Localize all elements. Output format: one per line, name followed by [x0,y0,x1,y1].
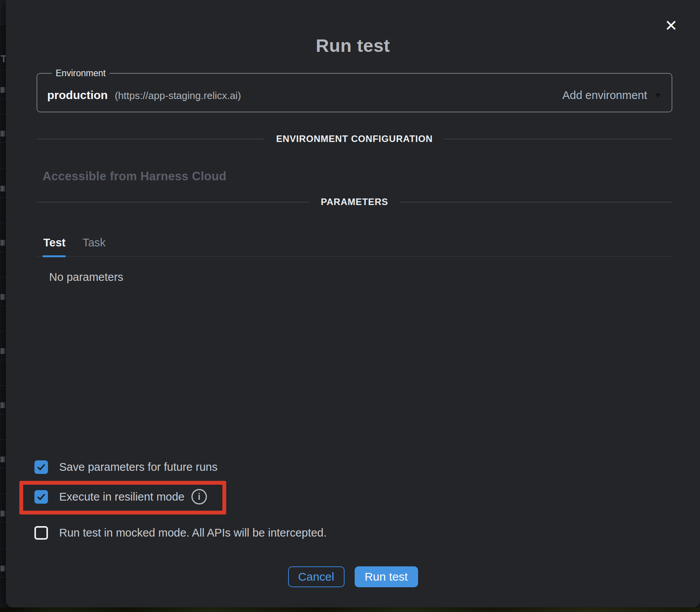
background-divider-line [0,522,6,523]
background-divider-line [0,114,6,114]
background-row-fragment [1,131,5,137]
no-parameters-message: No parameters [49,271,123,284]
background-divider-line [0,414,6,414]
option-resilient-mode[interactable]: Execute in resilient mode i [34,489,207,505]
background-divider-line [0,197,6,198]
selected-environment: production (https://app-staging.relicx.a… [47,89,241,102]
background-divider-line [0,549,6,549]
chevron-down-icon: ▼ [654,91,662,99]
option-mocked-mode[interactable]: Run test in mocked mode. All APIs will b… [34,525,327,541]
background-page-sliver: T [0,0,6,607]
background-divider-line [0,99,6,99]
background-photo-strip [0,607,700,612]
add-environment-label: Add environment [562,89,647,102]
background-divider-line [0,251,6,252]
background-divider-line [0,24,6,25]
parameters-divider: PARAMETERS [37,196,672,208]
background-divider-line [0,385,6,386]
background-divider-line [0,223,6,223]
background-row-fragment [1,402,5,408]
run-test-button[interactable]: Run test [355,566,418,587]
environment-configuration-divider: ENVIRONMENT CONFIGURATION [37,133,672,145]
check-icon [36,462,46,472]
check-icon [36,492,46,502]
background-divider-line [0,70,6,70]
background-divider-line [0,360,6,360]
background-divider-line [0,439,6,440]
background-row-fragment [1,294,5,300]
environment-name: production [47,89,108,102]
background-divider-line [0,331,6,332]
tab-test[interactable]: Test [43,236,65,249]
option-resilient-mode-label[interactable]: Execute in resilient mode [59,491,184,503]
run-test-dialog: ✕ Run test Environment production (https… [6,0,700,607]
background-row-fragment [1,348,5,354]
background-divider-line [0,468,6,468]
background-divider-line [0,306,6,306]
background-divider-line [0,577,6,578]
active-tab-indicator [43,255,66,257]
checkbox-mocked-mode[interactable] [34,526,48,540]
checkbox-save-parameters[interactable] [34,460,48,474]
dialog-actions: Cancel Run test [6,566,700,587]
background-divider-line [0,277,6,277]
background-row-fragment [1,186,5,191]
checkbox-resilient-mode[interactable] [34,490,48,504]
parameters-title: PARAMETERS [321,197,388,207]
background-header-fragment [0,0,6,24]
environment-url: (https://app-staging.relicx.ai) [115,90,241,102]
environment-configuration-title: ENVIRONMENT CONFIGURATION [276,133,433,144]
background-row-fragment [1,511,5,516]
option-save-parameters-label[interactable]: Save parameters for future runs [59,461,217,474]
option-save-parameters[interactable]: Save parameters for future runs [34,459,217,475]
background-divider-line [0,494,6,494]
environment-field-label: Environment [52,68,109,79]
info-icon[interactable]: i [191,489,207,504]
background-row-fragment [1,456,5,462]
cancel-button[interactable]: Cancel [288,566,345,587]
option-mocked-mode-label[interactable]: Run test in mocked mode. All APIs will b… [59,527,327,539]
harness-cloud-note: Accessible from Harness Cloud [43,169,227,183]
tab-task[interactable]: Task [82,236,106,249]
environment-field[interactable]: Environment production (https://app-stag… [37,68,672,112]
background-row-fragment [1,240,5,246]
dialog-title: Run test [6,35,700,56]
close-icon[interactable]: ✕ [664,18,678,33]
add-environment-button[interactable]: Add environment ▼ [562,89,662,102]
background-row-fragment [1,87,5,93]
parameters-tabs: Test Task [37,229,672,256]
background-divider-line [0,169,6,169]
background-row-fragment [1,566,5,571]
background-divider-line [0,142,6,143]
